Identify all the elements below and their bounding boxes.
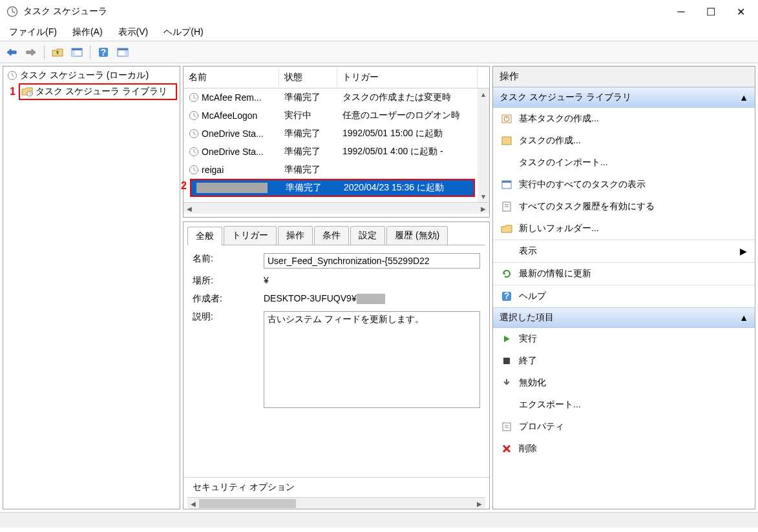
svg-rect-35 <box>502 137 511 145</box>
maximize-button[interactable]: ☐ <box>696 1 726 22</box>
task-row-selected[interactable]: 準備完了 2020/04/23 15:36 に起動 <box>190 179 475 197</box>
task-trigger: 1992/05/01 15:00 に起動 <box>337 126 478 141</box>
task-status: 実行中 <box>279 108 337 123</box>
center-pane: 名前 状態 トリガー McAfee Rem... 準備完了 タスクの作成または変… <box>183 66 490 509</box>
back-button[interactable] <box>4 45 19 60</box>
task-row[interactable]: OneDrive Sta... 準備完了 1992/05/01 15:00 に起… <box>184 125 478 143</box>
action-view[interactable]: 表示▶ <box>493 240 755 262</box>
action-export[interactable]: エクスポート... <box>493 394 755 416</box>
task-row[interactable]: McAfee Rem... 準備完了 タスクの作成または変更時 <box>184 88 478 107</box>
up-level-button[interactable] <box>50 45 65 60</box>
scroll-right-icon[interactable]: ▶ <box>474 498 485 509</box>
actions-pane: 操作 タスク スケジューラ ライブラリ ▲ 基本タスクの作成... タスクの作成… <box>492 66 755 509</box>
action-label: 最新の情報に更新 <box>519 268 591 280</box>
label-description: 説明: <box>193 311 264 323</box>
toolbar: ? <box>0 41 758 63</box>
actions-section-library[interactable]: タスク スケジューラ ライブラリ ▲ <box>493 87 755 108</box>
stop-icon <box>501 355 512 367</box>
view-icon <box>501 245 512 257</box>
field-name[interactable] <box>264 253 480 269</box>
action-disable[interactable]: 無効化 <box>493 372 755 394</box>
column-trigger[interactable]: トリガー <box>337 68 478 87</box>
basic-task-icon <box>501 113 512 125</box>
tree-root-item[interactable]: タスク スケジューラ (ローカル) <box>6 69 177 82</box>
show-hide-tree-button[interactable] <box>69 45 85 60</box>
actions-section-selected[interactable]: 選択した項目 ▲ <box>493 307 755 328</box>
help-button[interactable]: ? <box>96 45 111 60</box>
action-delete[interactable]: 削除 <box>493 438 755 460</box>
task-name: McAfeeLogon <box>202 110 257 121</box>
menu-help[interactable]: ヘルプ(H) <box>156 24 211 41</box>
menu-view[interactable]: 表示(V) <box>111 24 156 41</box>
tab-actions[interactable]: 操作 <box>278 226 313 245</box>
action-show-running[interactable]: 実行中のすべてのタスクの表示 <box>493 174 755 196</box>
collapse-icon[interactable]: ▲ <box>739 312 748 323</box>
details-horizontal-scrollbar[interactable]: ◀ ▶ <box>187 497 485 509</box>
menu-action[interactable]: 操作(A) <box>65 24 111 41</box>
task-name: reigai <box>202 165 224 175</box>
action-create-basic-task[interactable]: 基本タスクの作成... <box>493 108 755 130</box>
task-row[interactable]: OneDrive Sta... 準備完了 1992/05/01 4:00 に起動… <box>184 143 478 161</box>
task-row[interactable]: McAfeeLogon 実行中 任意のユーザーのログオン時 <box>184 107 478 125</box>
task-list-vertical-scrollbar[interactable]: ▲ ▼ <box>478 88 489 202</box>
svg-text:?: ? <box>504 291 510 301</box>
tab-triggers[interactable]: トリガー <box>224 226 277 245</box>
task-list: 名前 状態 トリガー McAfee Rem... 準備完了 タスクの作成または変… <box>183 66 490 218</box>
task-list-horizontal-scrollbar[interactable]: ◀ ▶ <box>184 202 489 214</box>
column-name[interactable]: 名前 <box>184 68 279 87</box>
task-row[interactable]: reigai 準備完了 <box>184 161 478 179</box>
clock-icon <box>7 70 17 81</box>
status-bar <box>0 512 758 527</box>
history-icon <box>501 201 512 212</box>
menu-file[interactable]: ファイル(F) <box>1 24 65 41</box>
task-list-header: 名前 状態 トリガー <box>184 66 489 88</box>
field-description[interactable] <box>264 311 480 408</box>
running-tasks-icon <box>501 179 512 190</box>
action-new-folder[interactable]: 新しいフォルダー... <box>493 218 755 240</box>
svg-rect-44 <box>503 423 511 431</box>
action-help[interactable]: ?ヘルプ <box>493 285 755 307</box>
svg-rect-5 <box>72 50 75 56</box>
clock-icon <box>189 165 199 175</box>
scroll-down-icon[interactable]: ▼ <box>478 190 489 202</box>
submenu-arrow-icon: ▶ <box>740 246 747 256</box>
task-status: 準備完了 <box>279 144 337 159</box>
scroll-left-icon[interactable]: ◀ <box>187 498 199 509</box>
forward-button[interactable] <box>23 45 39 60</box>
collapse-icon[interactable]: ▲ <box>739 92 748 103</box>
scroll-left-icon[interactable]: ◀ <box>184 203 195 214</box>
task-name: OneDrive Sta... <box>202 147 264 157</box>
close-button[interactable]: ✕ <box>726 1 755 22</box>
tab-settings[interactable]: 設定 <box>350 226 385 245</box>
action-end[interactable]: 終了 <box>493 350 755 372</box>
tab-conditions[interactable]: 条件 <box>314 226 349 245</box>
tab-general[interactable]: 全般 <box>187 227 222 245</box>
action-import-task[interactable]: タスクのインポート... <box>493 152 755 174</box>
action-create-task[interactable]: タスクの作成... <box>493 130 755 152</box>
svg-rect-10 <box>125 50 128 56</box>
action-run[interactable]: 実行 <box>493 328 755 350</box>
action-label: 新しいフォルダー... <box>519 223 599 234</box>
folder-clock-icon <box>21 87 33 97</box>
tree-library-item[interactable]: 1 タスク スケジューラ ライブラリ <box>19 83 177 100</box>
action-refresh[interactable]: 最新の情報に更新 <box>493 263 755 285</box>
minimize-button[interactable]: ─ <box>666 1 696 22</box>
action-label: 無効化 <box>519 377 546 389</box>
action-properties[interactable]: プロパティ <box>493 416 755 438</box>
task-name: OneDrive Sta... <box>202 128 264 139</box>
annotation-2: 2 <box>181 180 187 192</box>
tab-history[interactable]: 履歴 (無効) <box>386 226 448 245</box>
action-label: プロパティ <box>519 421 564 433</box>
scroll-up-icon[interactable]: ▲ <box>478 88 489 100</box>
column-status[interactable]: 状態 <box>279 68 337 87</box>
section-title: タスク スケジューラ ライブラリ <box>500 92 631 103</box>
action-label: すべてのタスク履歴を有効にする <box>519 201 655 212</box>
action-label: エクスポート... <box>519 399 581 411</box>
disable-icon <box>501 377 512 389</box>
show-hide-action-pane-button[interactable] <box>115 45 131 60</box>
clock-icon <box>189 147 199 157</box>
folder-icon <box>501 223 512 234</box>
scrollbar-thumb[interactable] <box>199 499 296 508</box>
action-enable-history[interactable]: すべてのタスク履歴を有効にする <box>493 196 755 218</box>
scroll-right-icon[interactable]: ▶ <box>478 203 489 214</box>
